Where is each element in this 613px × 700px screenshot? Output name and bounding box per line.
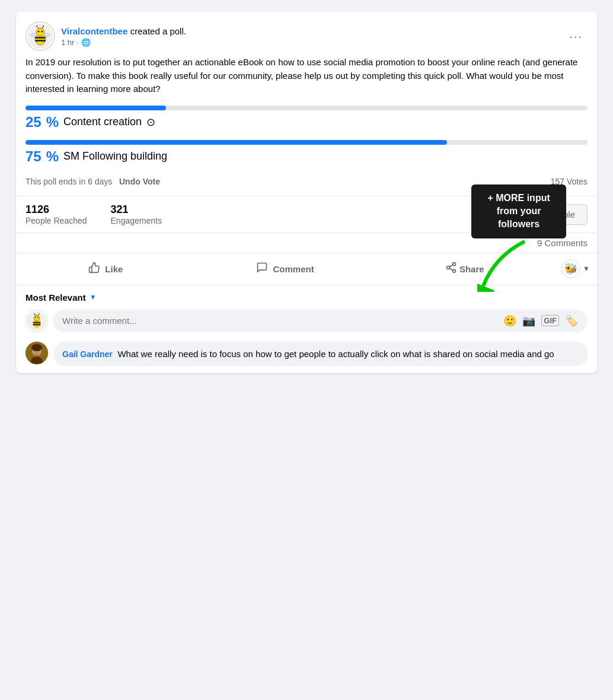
post-body: In 2019 our resolution is to put togethe…: [16, 56, 597, 196]
sticker-icon[interactable]: 🏷️: [565, 314, 578, 327]
svg-point-7: [41, 31, 43, 33]
poll-option-1[interactable]: 25 % Content creation ⊙: [25, 106, 588, 131]
svg-line-17: [449, 268, 453, 270]
author-avatar: [25, 21, 55, 51]
stat-reached: 1126 People Reached: [25, 203, 87, 225]
svg-point-26: [37, 317, 39, 318]
sort-row: Most Relevant ▼: [25, 292, 588, 303]
reached-number: 1126: [25, 203, 87, 216]
svg-point-9: [36, 26, 37, 27]
comment-input-icons: 🙂 📷 GIF 🏷️: [503, 314, 578, 327]
comment-input-row: 🙂 📷 GIF 🏷️: [25, 310, 588, 332]
svg-point-37: [36, 351, 37, 353]
dot-separator: ·: [76, 38, 79, 47]
like-icon: [88, 262, 100, 276]
like-label: Like: [105, 264, 123, 274]
svg-rect-22: [33, 322, 41, 323]
share-button[interactable]: Share + MORE input from your followers: [375, 256, 554, 282]
svg-point-11: [43, 26, 44, 27]
green-arrow-svg: [477, 238, 548, 292]
post-header: Viralcontentbee created a poll. 1 hr · 🌐…: [16, 12, 597, 56]
poll-label-2: SM Following building: [63, 150, 167, 163]
more-options-button[interactable]: ···: [564, 27, 588, 46]
svg-point-25: [35, 317, 36, 318]
progress-bar-bg-2: [25, 140, 588, 145]
comment-bubble: Gail Gardner What we really need is to f…: [54, 342, 588, 366]
post-card: Viralcontentbee created a poll. 1 hr · 🌐…: [16, 12, 597, 373]
poll-option-2[interactable]: 75 % SM Following building: [25, 140, 588, 165]
poll-percent-1: 25: [25, 114, 41, 131]
engagements-number: 321: [111, 203, 162, 216]
comment-input-wrapper: 🙂 📷 GIF 🏷️: [53, 310, 588, 332]
sort-label[interactable]: Most Relevant: [25, 292, 86, 303]
share-icon: [445, 262, 457, 276]
poll-percent-sign-1: %: [46, 114, 59, 131]
commenter-avatar-image: [25, 342, 48, 364]
gif-icon[interactable]: GIF: [541, 315, 559, 326]
current-user-avatar: [25, 310, 48, 332]
tooltip-box: + MORE input from your followers: [471, 184, 566, 238]
post-meta: Viralcontentbee created a poll. 1 hr · 🌐: [61, 26, 564, 47]
stat-engagements: 321 Engagements: [111, 203, 162, 225]
progress-bar-bg-1: [25, 106, 588, 110]
svg-line-18: [449, 265, 453, 266]
svg-point-33: [31, 344, 42, 351]
comment-label: Comment: [273, 264, 314, 274]
camera-icon[interactable]: 📷: [522, 314, 535, 327]
engagements-label: Engagements: [111, 216, 162, 225]
comment-icon: [256, 262, 268, 276]
progress-bar-fill-1: [25, 106, 166, 110]
svg-point-6: [38, 31, 40, 33]
post-action: created a poll.: [130, 26, 186, 36]
poll-label-row-1: 25 % Content creation ⊙: [25, 114, 588, 131]
svg-point-28: [34, 313, 35, 314]
post-author[interactable]: Viralcontentbee: [61, 26, 127, 36]
commenter-name[interactable]: Gail Gardner: [62, 349, 113, 359]
progress-bar-fill-2: [25, 140, 447, 145]
emoji-icon[interactable]: 🙂: [503, 314, 516, 327]
post-text: In 2019 our resolution is to put togethe…: [25, 56, 588, 96]
svg-point-24: [34, 315, 40, 321]
poll-percent-2: 75: [25, 148, 41, 165]
reached-label: People Reached: [25, 216, 87, 225]
poll-percent-sign-2: %: [46, 148, 59, 165]
svg-point-12: [31, 33, 38, 37]
comment-input-field[interactable]: [62, 316, 499, 326]
sort-dropdown-icon[interactable]: ▼: [90, 293, 97, 301]
action-buttons-row: Like Comment Share: [16, 253, 597, 285]
comment-button[interactable]: Comment: [196, 256, 375, 282]
like-button[interactable]: Like: [16, 256, 196, 282]
svg-point-13: [43, 33, 50, 37]
check-icon-1: ⊙: [146, 116, 155, 129]
bee-avatar-image: [27, 23, 53, 49]
poll-label-1: Content creation: [63, 116, 142, 128]
svg-rect-3: [35, 37, 46, 39]
undo-vote-button[interactable]: Undo Vote: [119, 177, 160, 186]
dropdown-arrow-icon[interactable]: ▼: [583, 265, 590, 273]
svg-rect-4: [35, 40, 46, 42]
post-time: 1 hr · 🌐: [61, 38, 564, 47]
svg-point-30: [39, 313, 40, 314]
comments-section: Most Relevant ▼: [16, 285, 597, 373]
tooltip-text: + MORE input from your followers: [487, 193, 550, 230]
poll-end-text: This poll ends in 6 days Undo Vote: [25, 177, 160, 186]
commenter-avatar: [25, 342, 48, 364]
tooltip-wrapper: + MORE input from your followers: [471, 184, 566, 292]
svg-rect-23: [33, 324, 41, 326]
comment-text: What we really need is to focus on how t…: [115, 349, 554, 359]
poll-label-row-2: 75 % SM Following building: [25, 148, 588, 165]
current-user-bee-avatar: [27, 311, 46, 330]
svg-point-35: [34, 349, 36, 351]
globe-icon: 🌐: [81, 38, 91, 47]
svg-point-36: [38, 349, 39, 351]
comment-item: Gail Gardner What we really need is to f…: [25, 342, 588, 366]
